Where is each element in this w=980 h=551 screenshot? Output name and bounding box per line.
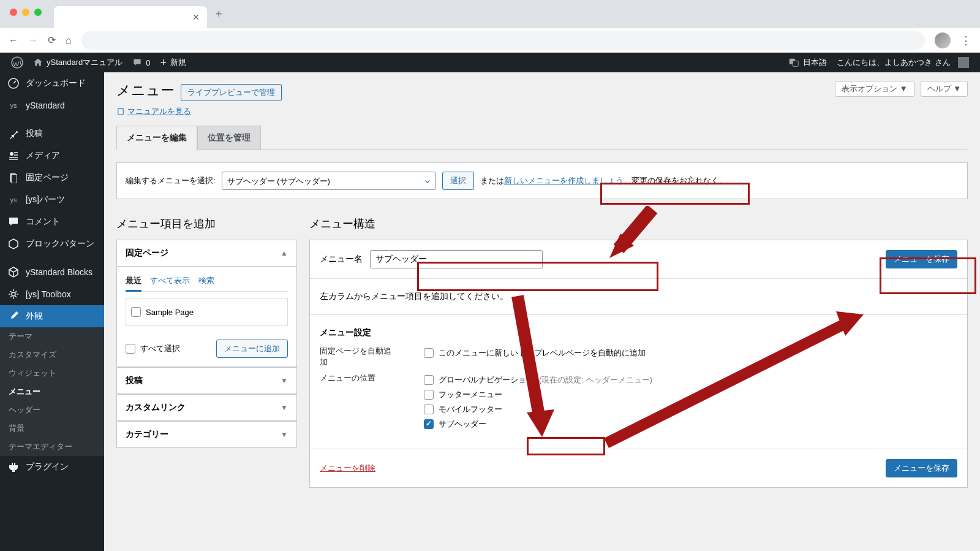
gear-icon — [7, 288, 20, 300]
menu-name-input[interactable] — [370, 250, 543, 268]
close-tab-icon[interactable]: ✕ — [192, 12, 200, 22]
accordion-pages-header[interactable]: 固定ページ▲ — [117, 240, 296, 267]
save-menu-button-top[interactable]: メニューを保存 — [886, 250, 957, 268]
pin-icon — [7, 127, 20, 140]
close-window-icon[interactable] — [10, 9, 17, 16]
inner-tab-all[interactable]: すべて表示 — [150, 275, 190, 286]
page-icon — [7, 172, 20, 184]
back-icon[interactable]: ← — [9, 35, 18, 46]
user-greeting[interactable]: こんにちは、よしあかつき さん — [832, 53, 974, 72]
brush-icon — [7, 310, 20, 322]
user-avatar-icon — [958, 57, 969, 68]
site-name: yStandardマニュアル — [47, 57, 123, 68]
save-menu-button-bottom[interactable]: メニューを保存 — [886, 459, 957, 477]
checkbox-auto-add[interactable] — [424, 348, 434, 358]
menu-dots-icon[interactable]: ⋮ — [960, 34, 971, 47]
accordion-posts-header[interactable]: 投稿▼ — [117, 368, 296, 393]
book-icon — [116, 107, 125, 116]
sidebar-item-media[interactable]: メディア — [0, 145, 104, 167]
checkbox-select-all[interactable] — [126, 344, 135, 354]
select-button[interactable]: 選択 — [442, 172, 474, 190]
create-new-menu-link[interactable]: 新しいメニューを作成しましょう — [504, 176, 624, 185]
checkbox-loc-mobile[interactable] — [424, 405, 434, 414]
maximize-window-icon[interactable] — [34, 9, 42, 16]
sidebar-item-appearance[interactable]: 外観 — [0, 305, 104, 327]
sidebar-item-dashboard[interactable]: ダッシュボード — [0, 72, 104, 94]
sidebar-item-ystandard[interactable]: ysyStandard — [0, 94, 104, 116]
menu-structure-title: メニュー構造 — [309, 211, 968, 240]
accordion-categories: カテゴリー▼ — [116, 421, 297, 448]
sidebar-item-ys-parts[interactable]: ys[ys]パーツ — [0, 189, 104, 211]
submenu-menus[interactable]: メニュー — [0, 382, 104, 401]
svg-rect-6 — [11, 175, 17, 183]
comments-link[interactable]: 0 — [127, 53, 155, 72]
sidebar-item-block-patterns[interactable]: ブロックパターン — [0, 233, 104, 255]
block-pattern-icon — [7, 238, 20, 250]
instruction-text: 左カラムからメニュー項目を追加してください。 — [310, 279, 967, 315]
sidebar-item-plugins[interactable]: プラグイン — [0, 456, 104, 478]
add-to-menu-button[interactable]: メニューに追加 — [216, 340, 288, 358]
ys-parts-icon: ys — [7, 194, 20, 206]
home-icon[interactable]: ⌂ — [66, 35, 72, 46]
tab-edit-menus[interactable]: メニューを編集 — [116, 126, 197, 150]
url-bar[interactable] — [81, 31, 925, 50]
profile-avatar[interactable] — [935, 32, 951, 48]
submenu-header[interactable]: ヘッダー — [0, 401, 104, 419]
reload-icon[interactable]: ⟳ — [48, 34, 56, 46]
svg-rect-10 — [118, 108, 123, 115]
ystandard-icon: ys — [7, 99, 20, 112]
forward-icon: → — [28, 35, 38, 46]
sidebar-item-comments[interactable]: コメント — [0, 211, 104, 233]
accordion-custom-header[interactable]: カスタムリンク▼ — [117, 395, 296, 420]
main-content: 表示オプション ▼ ヘルプ ▼ メニュー ライブプレビューで管理 マニュアルを見… — [104, 72, 980, 551]
sidebar-item-ys-toolbox[interactable]: [ys] Toolbox — [0, 283, 104, 305]
browser-chrome: ✕ + — [0, 0, 980, 28]
appearance-submenu: テーマ カスタマイズ ウィジェット メニュー ヘッダー 背景 テーマエディター — [0, 327, 104, 456]
checkbox-sample-page[interactable] — [131, 307, 141, 317]
auto-add-label: 固定ページを自動追加 — [320, 346, 393, 368]
sidebar-item-pages[interactable]: 固定ページ — [0, 167, 104, 189]
submenu-widgets[interactable]: ウィジェット — [0, 364, 104, 382]
submenu-customize[interactable]: カスタマイズ — [0, 346, 104, 364]
minimize-window-icon[interactable] — [22, 9, 29, 16]
add-items-column: メニュー項目を追加 固定ページ▲ 最近 すべて表示 検索 Sample Page — [116, 211, 297, 488]
checkbox-loc-global[interactable] — [424, 375, 434, 385]
language-switch[interactable]: 日本語 — [783, 53, 832, 72]
wp-admin-bar: yStandardマニュアル 0 +新規 日本語 こんにちは、よしあかつき さん — [0, 53, 980, 72]
screen-options-button[interactable]: 表示オプション ▼ — [835, 81, 914, 97]
manual-link[interactable]: マニュアルを見る — [127, 106, 191, 117]
chevron-up-icon: ▲ — [281, 249, 288, 257]
menu-select[interactable]: サブヘッダー (サブヘッダー) — [222, 172, 436, 190]
traffic-lights — [0, 0, 51, 25]
help-button[interactable]: ヘルプ ▼ — [921, 81, 968, 97]
submenu-theme-editor[interactable]: テーマエディター — [0, 438, 104, 456]
delete-menu-link[interactable]: メニューを削除 — [320, 463, 375, 474]
sidebar-item-posts[interactable]: 投稿 — [0, 123, 104, 145]
page-title: メニュー — [116, 81, 175, 100]
svg-point-9 — [12, 292, 15, 296]
live-preview-button[interactable]: ライブプレビューで管理 — [181, 84, 282, 101]
plugin-icon — [7, 461, 20, 473]
browser-toolbar: ← → ⟳ ⌂ ⋮ — [0, 28, 980, 53]
svg-point-4 — [10, 152, 13, 156]
inner-tab-recent[interactable]: 最近 — [126, 275, 141, 292]
checkbox-loc-subheader[interactable] — [424, 419, 434, 429]
browser-tab[interactable]: ✕ — [54, 6, 207, 28]
locations-label: メニューの位置 — [320, 373, 393, 384]
wp-logo[interactable] — [6, 53, 28, 72]
accordion-category-header[interactable]: カテゴリー▼ — [117, 422, 296, 447]
site-home-link[interactable]: yStandardマニュアル — [28, 53, 127, 72]
submenu-themes[interactable]: テーマ — [0, 327, 104, 346]
menu-settings-title: メニュー設定 — [320, 327, 957, 338]
checkbox-loc-footer[interactable] — [424, 390, 434, 400]
menu-structure-column: メニュー構造 メニュー名 メニューを保存 左カラムからメニュー項目を追加してくだ… — [309, 211, 968, 488]
sidebar-item-ys-blocks[interactable]: yStandard Blocks — [0, 261, 104, 283]
accordion-pages: 固定ページ▲ 最近 すべて表示 検索 Sample Page すべて選択 メニュ — [116, 240, 297, 367]
new-tab-button[interactable]: + — [207, 8, 231, 21]
new-content-link[interactable]: +新規 — [156, 53, 192, 72]
chevron-down-icon: ▼ — [281, 430, 288, 439]
inner-tab-search[interactable]: 検索 — [198, 275, 214, 286]
submenu-background[interactable]: 背景 — [0, 419, 104, 438]
svg-rect-2 — [793, 61, 799, 66]
tab-manage-locations[interactable]: 位置を管理 — [197, 126, 261, 150]
